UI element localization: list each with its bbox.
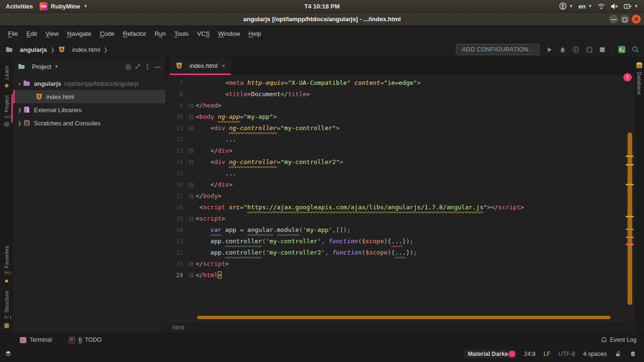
menu-edit[interactable]: Edit — [22, 28, 41, 40]
theme-widget[interactable]: Material Darke — [464, 350, 516, 358]
close-button[interactable]: ✕ — [632, 15, 641, 24]
fold-marker-icon[interactable] — [189, 160, 193, 165]
profiler-icon[interactable] — [586, 46, 593, 53]
tool-stripe-2-favorites[interactable]: 2: Favorites★ — [3, 243, 10, 287]
chevron-right-icon[interactable]: ❯ — [16, 107, 23, 113]
menu-help[interactable]: Help — [244, 28, 265, 40]
chevron-down-icon[interactable]: ∨ — [16, 81, 23, 86]
code-line-16[interactable]: 16 </div> — [166, 179, 635, 190]
breadcrumb-html[interactable]: html — [173, 324, 184, 331]
fold-marker-icon[interactable] — [189, 262, 193, 266]
inspections-profile-icon[interactable] — [629, 350, 636, 357]
menu-code[interactable]: Code — [96, 28, 119, 40]
error-stripe-mark[interactable] — [626, 237, 634, 238]
horizontal-scrollbar[interactable] — [197, 316, 611, 319]
code-line-20[interactable]: 20 var app = angular.module('my-app',[])… — [166, 224, 635, 236]
app-menu[interactable]: RM RubyMine ▼ — [40, 2, 88, 10]
fold-marker-icon[interactable] — [189, 149, 193, 153]
tree-item-scratches-and-consoles[interactable]: ❯Scratches and Consoles — [13, 116, 165, 130]
accessibility-menu[interactable]: ▼ — [559, 2, 573, 10]
code-line-9[interactable]: 9</head> — [166, 100, 635, 111]
vertical-scrollbar[interactable] — [627, 132, 632, 305]
options-menu-icon[interactable]: ⋮ — [144, 63, 151, 70]
tool-window-database[interactable]: Database — [636, 72, 642, 95]
minimize-button[interactable]: — — [609, 15, 618, 24]
tool-stripe-learn[interactable]: Learn❖ — [3, 63, 10, 92]
code-line-7[interactable]: 7 <meta http-equiv="X-UA-Compatible" con… — [166, 77, 635, 89]
collapse-all-icon[interactable] — [134, 63, 141, 70]
code-line-8[interactable]: 8 <title>Document</title> — [166, 89, 635, 100]
clock[interactable]: T4 10:18 PM — [0, 3, 644, 10]
error-stripe-mark[interactable] — [626, 156, 634, 157]
menu-navigate[interactable]: Navigate — [63, 28, 95, 40]
code-line-23[interactable]: 23</script> — [166, 258, 635, 270]
code-line-11[interactable]: 11 <div ng-controller="my-controller"> — [166, 123, 635, 134]
code-line-18[interactable]: 18 <script src="https://ajax.googleapis.… — [166, 202, 635, 213]
error-stripe-mark[interactable] — [626, 184, 634, 185]
project-panel-title[interactable]: Project — [32, 63, 51, 70]
line-ending[interactable]: LF — [544, 351, 551, 357]
tool-stripe-1-project[interactable]: 1: ProjectⓂ — [3, 92, 10, 131]
menu-run[interactable]: Run — [150, 28, 170, 40]
tab-close-icon[interactable]: × — [222, 62, 225, 69]
indent-setting[interactable]: 4 spaces — [583, 351, 607, 357]
code-line-19[interactable]: 19<script> — [166, 213, 635, 224]
fold-marker-icon[interactable] — [189, 194, 193, 198]
tool-stripe-7-structure[interactable]: 7: Structure▦ — [3, 288, 10, 331]
error-stripe-mark[interactable] — [626, 244, 634, 245]
inspections-badge[interactable]: ! — [623, 73, 632, 82]
file-encoding[interactable]: UTF-8 — [559, 351, 575, 357]
fold-column[interactable] — [187, 145, 196, 156]
code-line-14[interactable]: 14 <div ng-controller="my-controller2"> — [166, 156, 635, 168]
tree-item-angularjs[interactable]: ∨angularjs/opt/lampp/htdocs/angularjs — [13, 77, 165, 90]
fold-column[interactable] — [187, 213, 196, 224]
fold-column[interactable] — [187, 270, 196, 281]
code-line-24[interactable]: 24</html> — [166, 270, 635, 281]
language-selector[interactable]: en ▼ — [578, 3, 592, 10]
run-icon[interactable] — [546, 46, 553, 53]
event-log-button[interactable]: Event Log — [601, 337, 636, 343]
fold-column[interactable] — [187, 190, 196, 202]
menu-tools[interactable]: Tools — [170, 28, 193, 40]
fold-marker-icon[interactable] — [189, 104, 193, 108]
lock-icon[interactable] — [615, 351, 621, 357]
fold-marker-icon[interactable] — [189, 115, 193, 119]
tab-index-html[interactable]: index.html × — [170, 58, 231, 75]
fold-marker-icon[interactable] — [189, 126, 193, 131]
tool-window-todo[interactable]: 6: TODO — [69, 337, 102, 343]
fold-column[interactable] — [187, 123, 196, 134]
error-stripe-mark[interactable] — [626, 216, 634, 217]
breadcrumb-item-angularjs[interactable]: angularjs — [20, 46, 47, 53]
code-line-15[interactable]: 15 ... — [166, 168, 635, 179]
fold-column[interactable] — [187, 111, 196, 123]
menu-file[interactable]: File — [4, 28, 22, 40]
chevron-right-icon[interactable]: ❯ — [16, 121, 23, 126]
code-line-10[interactable]: 10<body ng-app="my-app"> — [166, 111, 635, 123]
fold-marker-icon[interactable] — [189, 183, 193, 187]
menu-view[interactable]: View — [41, 28, 63, 40]
code-line-17[interactable]: 17</body> — [166, 190, 635, 202]
menu-vcs[interactable]: VCS — [193, 28, 214, 40]
activities-button[interactable]: Activities — [6, 3, 33, 10]
fold-marker-icon[interactable] — [189, 273, 193, 278]
caret-position[interactable]: 24:8 — [524, 351, 536, 357]
add-configuration-button[interactable]: ADD CONFIGURATION... — [456, 44, 540, 55]
volume-muted-icon[interactable] — [611, 3, 619, 10]
fold-marker-icon[interactable] — [189, 217, 193, 221]
battery-menu[interactable]: ▼ — [624, 3, 638, 10]
tool-window-terminal[interactable]: ›_ Terminal — [20, 337, 52, 343]
fold-column[interactable] — [187, 100, 196, 111]
fold-column[interactable] — [187, 179, 196, 190]
code-line-13[interactable]: 13 </div> — [166, 145, 635, 156]
code-line-21[interactable]: 21 app.controller('my-controller', funct… — [166, 236, 635, 247]
breadcrumb-item-index.html[interactable]: index.html — [72, 46, 100, 53]
tree-item-external-libraries[interactable]: ❯External Libraries — [13, 103, 165, 116]
tool-windows-toggle-icon[interactable] — [5, 350, 12, 357]
locate-file-icon[interactable]: ◎ — [125, 63, 131, 70]
debug-icon[interactable] — [559, 46, 566, 53]
tree-item-index-html[interactable]: index.html — [13, 90, 165, 103]
terminal-icon[interactable] — [618, 46, 626, 53]
hide-panel-icon[interactable]: — — [154, 63, 161, 70]
error-stripe-mark[interactable] — [626, 164, 634, 165]
fold-column[interactable] — [187, 258, 196, 270]
